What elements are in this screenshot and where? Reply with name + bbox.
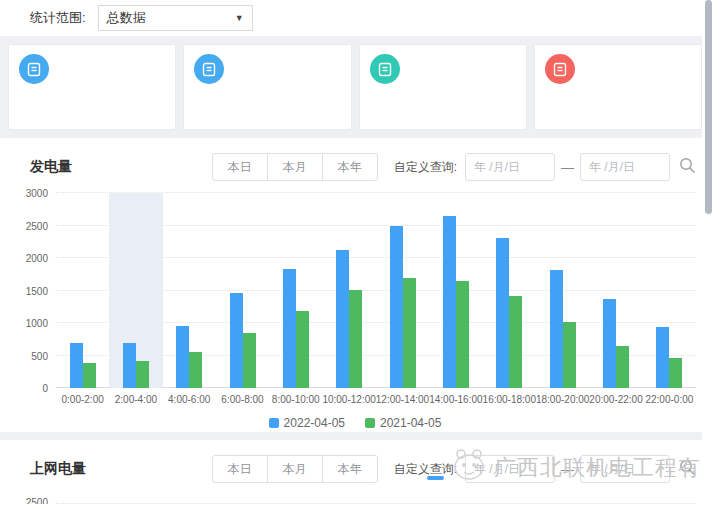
today-button-2[interactable]: 本日	[212, 455, 268, 483]
date-end-input-2[interactable]	[580, 455, 670, 483]
partial-bar-artifact	[427, 476, 444, 480]
scrollbar-track	[702, 0, 720, 509]
bar-2022-04-05[interactable]	[550, 270, 563, 388]
x-axis-label: 0:00-2:00	[56, 394, 109, 405]
bar-2022-04-05[interactable]	[656, 327, 669, 388]
bar-group-8:00-10:00[interactable]	[269, 193, 322, 388]
bar-2022-04-05[interactable]	[283, 269, 296, 388]
stat-card	[359, 44, 527, 130]
generation-panel: 发电量 本日 本月 本年 自定义查询: —	[0, 138, 710, 432]
x-axis-label: 10:00-12:00	[322, 394, 375, 405]
bar-2021-04-05[interactable]	[296, 311, 309, 388]
scrollbar-thumb[interactable]	[705, 0, 712, 214]
grid-power-chart-stub: 2500	[10, 497, 696, 504]
bar-group-20:00-22:00[interactable]	[589, 193, 642, 388]
year-button-2[interactable]: 本年	[322, 455, 378, 483]
bar-2022-04-05[interactable]	[70, 343, 83, 389]
bar-2021-04-05[interactable]	[669, 358, 682, 388]
x-axis-label: 22:00-0:00	[643, 394, 696, 405]
custom-query-label-2: 自定义查询:	[394, 461, 457, 478]
x-axis-label: 6:00-8:00	[216, 394, 269, 405]
legend-item-2021-04-05[interactable]: 2021-04-05	[365, 416, 441, 430]
y-axis-tick: 500	[10, 350, 48, 361]
x-axis-labels: 0:00-2:002:00-4:004:00-6:006:00-8:008:00…	[56, 394, 696, 405]
report-icon	[194, 54, 224, 84]
bar-group-2:00-4:00[interactable]	[109, 193, 162, 388]
bar-2021-04-05[interactable]	[403, 278, 416, 388]
bar-2021-04-05[interactable]	[616, 346, 629, 388]
y-axis-tick: 1000	[10, 318, 48, 329]
report-icon	[370, 54, 400, 84]
stat-scope-label: 统计范围:	[30, 9, 86, 27]
bar-group-22:00-0:00[interactable]	[643, 193, 696, 388]
search-button[interactable]	[679, 157, 696, 177]
dashboard-page: 统计范围: 总数据 ▼ 发电量 本日 本月 本年 自定义查询:	[0, 0, 720, 509]
month-button-2[interactable]: 本月	[267, 455, 323, 483]
bar-2021-04-05[interactable]	[509, 296, 522, 388]
bar-2021-04-05[interactable]	[83, 363, 96, 388]
stat-card	[8, 44, 176, 130]
panel-title-grid-power: 上网电量	[30, 460, 86, 478]
generation-bar-chart: 050010001500200025003000	[10, 193, 696, 388]
grid-power-panel-header: 上网电量 本日 本月 本年 自定义查询: —	[30, 455, 696, 483]
top-bar: 统计范围: 总数据 ▼	[0, 0, 710, 36]
bar-2022-04-05[interactable]	[123, 343, 136, 388]
x-axis-label: 4:00-6:00	[163, 394, 216, 405]
search-icon	[679, 157, 696, 177]
bar-group-18:00-20:00[interactable]	[536, 193, 589, 388]
bar-group-12:00-14:00[interactable]	[376, 193, 429, 388]
bar-2022-04-05[interactable]	[176, 326, 189, 388]
month-button[interactable]: 本月	[267, 153, 323, 181]
bar-2022-04-05[interactable]	[230, 293, 243, 388]
bar-group-6:00-8:00[interactable]	[216, 193, 269, 388]
legend-item-2022-04-05[interactable]: 2022-04-05	[269, 416, 345, 430]
panel-title-generation: 发电量	[30, 158, 72, 176]
bar-2022-04-05[interactable]	[603, 299, 616, 388]
chart-legend: 2022-04-052021-04-05	[0, 414, 710, 432]
x-axis-label: 14:00-16:00	[429, 394, 482, 405]
generation-panel-header: 发电量 本日 本月 本年 自定义查询: —	[30, 153, 696, 181]
cards-section	[0, 36, 710, 138]
x-axis-label: 18:00-20:00	[536, 394, 589, 405]
bar-2022-04-05[interactable]	[496, 238, 509, 388]
stat-card	[534, 44, 702, 130]
bar-group-16:00-18:00[interactable]	[483, 193, 536, 388]
stat-card	[183, 44, 351, 130]
bar-2021-04-05[interactable]	[349, 290, 362, 388]
legend-swatch	[269, 418, 279, 428]
stat-scope-select[interactable]: 总数据 ▼	[98, 5, 253, 31]
bar-group-0:00-2:00[interactable]	[56, 193, 109, 388]
x-axis-label: 8:00-10:00	[269, 394, 322, 405]
bar-2021-04-05[interactable]	[563, 322, 576, 388]
y-tick-2500: 2500	[10, 497, 48, 504]
bar-2021-04-05[interactable]	[189, 352, 202, 388]
stat-scope-selected-value: 总数据	[107, 9, 146, 27]
bar-2022-04-05[interactable]	[336, 250, 349, 388]
bar-group-14:00-16:00[interactable]	[429, 193, 482, 388]
bar-2021-04-05[interactable]	[243, 333, 256, 388]
bar-2022-04-05[interactable]	[443, 216, 456, 388]
period-button-group: 本日 本月 本年	[212, 153, 378, 181]
report-icon	[545, 54, 575, 84]
legend-label: 2022-04-05	[284, 416, 345, 430]
date-start-input-2[interactable]	[465, 455, 555, 483]
bar-group-10:00-12:00[interactable]	[323, 193, 376, 388]
gridline	[56, 503, 696, 504]
year-button[interactable]: 本年	[322, 153, 378, 181]
y-axis-tick: 2000	[10, 253, 48, 264]
bar-group-4:00-6:00[interactable]	[163, 193, 216, 388]
date-start-input[interactable]	[465, 153, 555, 181]
legend-swatch	[365, 418, 375, 428]
custom-query-label: 自定义查询:	[394, 159, 457, 176]
chart-plot-area[interactable]: 050010001500200025003000	[10, 193, 696, 388]
generation-panel-controls: 本日 本月 本年 自定义查询: —	[212, 153, 696, 181]
search-button-2[interactable]	[679, 459, 696, 479]
bar-2021-04-05[interactable]	[136, 361, 149, 388]
bar-2022-04-05[interactable]	[390, 226, 403, 389]
x-axis-label: 16:00-18:00	[483, 394, 536, 405]
grid-power-panel: 上网电量 本日 本月 本年 自定义查询: —	[0, 440, 710, 504]
date-range-dash: —	[561, 160, 574, 175]
date-end-input[interactable]	[580, 153, 670, 181]
today-button[interactable]: 本日	[212, 153, 268, 181]
bar-2021-04-05[interactable]	[456, 281, 469, 388]
